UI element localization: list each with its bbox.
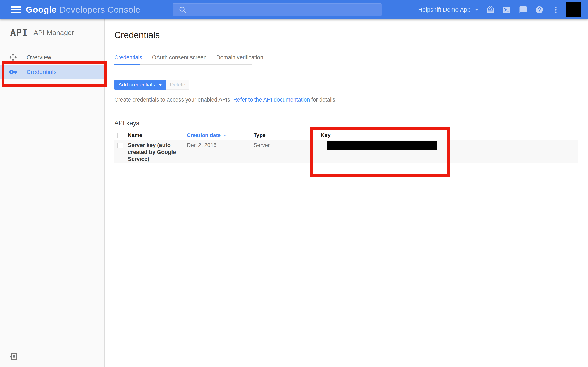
column-header-name: Name bbox=[128, 132, 142, 138]
sidebar: API API Manager Overview Credent bbox=[0, 19, 104, 367]
column-header-creation-date-label: Creation date bbox=[187, 132, 221, 138]
api-key-creation-date-cell: Dec 2, 2015 bbox=[187, 142, 217, 149]
api-key-value-redacted bbox=[327, 141, 437, 150]
sidebar-item-label: Credentials bbox=[26, 69, 57, 75]
app-logo: Google Developers Console bbox=[26, 0, 140, 19]
google-developers-console: Google Developers Console Helpshift Demo… bbox=[0, 0, 588, 367]
search-bar[interactable] bbox=[173, 3, 382, 16]
cloud-shell-icon bbox=[502, 6, 511, 14]
api-logo: API bbox=[10, 27, 28, 38]
add-credentials-button[interactable]: Add credentials bbox=[114, 80, 166, 90]
credentials-description: Create credentials to access your enable… bbox=[114, 97, 337, 103]
overview-icon bbox=[9, 53, 17, 61]
column-header-creation-date[interactable]: Creation date bbox=[187, 132, 228, 138]
chevron-down-icon bbox=[474, 7, 479, 13]
row-checkbox[interactable] bbox=[117, 143, 123, 149]
description-text-after: for details. bbox=[310, 97, 337, 103]
delete-button[interactable]: Delete bbox=[166, 80, 189, 90]
sort-chevron-down-icon bbox=[223, 133, 228, 138]
sidebar-title: API Manager bbox=[34, 29, 74, 37]
description-text-before: Create credentials to access your enable… bbox=[114, 97, 233, 103]
tab-oauth-consent-screen[interactable]: OAuth consent screen bbox=[152, 54, 207, 61]
tab-domain-verification[interactable]: Domain verification bbox=[216, 54, 263, 61]
collapse-sidebar-button[interactable] bbox=[9, 352, 17, 361]
overflow-icon bbox=[552, 6, 560, 14]
help-icon bbox=[535, 6, 544, 14]
tab-bar: Credentials OAuth consent screen Domain … bbox=[114, 54, 263, 61]
project-selector-label: Helpshift Demo App bbox=[418, 6, 470, 13]
sidebar-item-label: Overview bbox=[26, 54, 51, 61]
api-documentation-link[interactable]: Refer to the API documentation bbox=[233, 97, 310, 103]
hamburger-menu-icon[interactable] bbox=[11, 6, 21, 14]
help-button[interactable] bbox=[535, 5, 544, 14]
api-key-table-row: Server key (auto created by Google Servi… bbox=[114, 140, 578, 163]
user-avatar-redacted[interactable] bbox=[566, 2, 581, 17]
add-credentials-label: Add credentials bbox=[118, 82, 155, 88]
table-header-row: Name Creation date Type Key bbox=[114, 132, 578, 140]
feedback-icon bbox=[519, 6, 527, 14]
feedback-button[interactable] bbox=[519, 5, 527, 14]
logo-product: Developers Console bbox=[60, 5, 140, 15]
main-content: Credentials Credentials OAuth consent sc… bbox=[104, 19, 588, 367]
api-keys-heading: API keys bbox=[114, 119, 139, 127]
search-icon bbox=[179, 6, 187, 14]
column-header-type: Type bbox=[254, 132, 266, 138]
page-title: Credentials bbox=[114, 30, 160, 40]
sidebar-item-overview[interactable]: Overview bbox=[0, 50, 104, 65]
api-key-type-cell: Server bbox=[254, 142, 270, 149]
api-key-name-cell: Server key (auto created by Google Servi… bbox=[128, 142, 181, 162]
tab-credentials[interactable]: Credentials bbox=[114, 54, 142, 61]
select-all-checkbox[interactable] bbox=[117, 133, 123, 138]
top-app-bar: Google Developers Console Helpshift Demo… bbox=[0, 0, 588, 19]
active-tab-underline bbox=[114, 64, 140, 65]
table-header-divider bbox=[114, 140, 578, 140]
topbar-icon-group bbox=[486, 0, 560, 19]
logo-google: Google bbox=[26, 5, 57, 15]
tab-underline-track bbox=[114, 64, 251, 65]
header-divider bbox=[104, 46, 588, 46]
column-header-key: Key bbox=[321, 132, 330, 138]
collapse-panel-icon bbox=[9, 352, 17, 361]
sidebar-header: API API Manager bbox=[0, 19, 104, 46]
key-icon bbox=[9, 68, 17, 76]
cloud-shell-button[interactable] bbox=[502, 5, 511, 14]
sidebar-item-credentials[interactable]: Credentials bbox=[0, 65, 104, 79]
gift-icon bbox=[486, 6, 495, 14]
overflow-menu-button[interactable] bbox=[551, 5, 560, 14]
gift-button[interactable] bbox=[486, 5, 495, 14]
project-selector[interactable]: Helpshift Demo App bbox=[418, 0, 479, 19]
search-input[interactable] bbox=[190, 4, 377, 15]
dropdown-caret-icon bbox=[159, 83, 162, 86]
